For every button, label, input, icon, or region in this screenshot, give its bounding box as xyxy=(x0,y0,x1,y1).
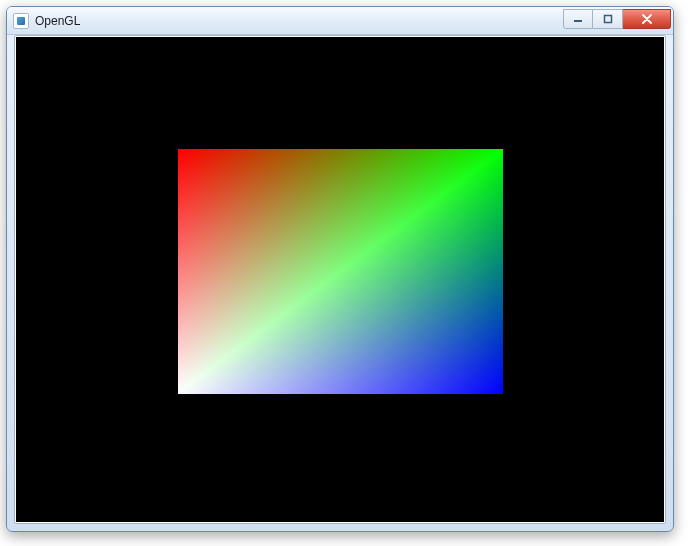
color-interpolated-quad xyxy=(178,149,503,394)
app-icon-glyph xyxy=(17,17,25,25)
minimize-icon xyxy=(573,14,583,24)
window-controls xyxy=(563,9,671,29)
close-icon xyxy=(641,14,653,24)
close-button[interactable] xyxy=(623,9,671,29)
svg-rect-0 xyxy=(574,20,582,22)
app-icon xyxy=(13,13,29,29)
svg-rect-1 xyxy=(604,15,611,22)
application-window: OpenGL xyxy=(6,6,674,532)
minimize-button[interactable] xyxy=(563,9,593,29)
titlebar[interactable]: OpenGL xyxy=(7,7,673,35)
maximize-icon xyxy=(603,14,613,24)
maximize-button[interactable] xyxy=(593,9,623,29)
client-area-frame xyxy=(14,35,666,524)
window-title: OpenGL xyxy=(35,14,80,28)
opengl-viewport xyxy=(16,37,664,522)
